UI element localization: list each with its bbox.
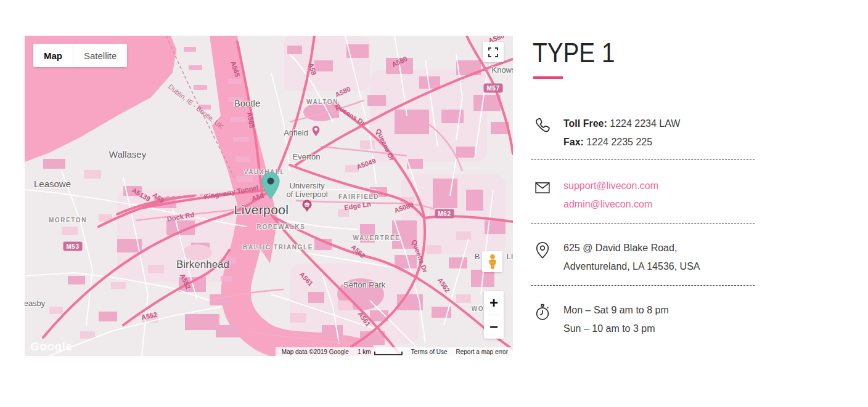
map-data-credit: Map data ©2019 Google	[282, 349, 349, 355]
map-label: Anfield	[284, 128, 308, 137]
anfield-poi-icon[interactable]	[312, 126, 320, 137]
page-title: TYPE 1	[533, 38, 615, 68]
map-label: Wallasey	[109, 149, 146, 159]
pegman-icon	[486, 254, 499, 269]
address-line-2: Adventureland, LA 14536, USA	[563, 257, 700, 276]
map-label: FAIRFIELD	[338, 193, 379, 200]
satellite-button[interactable]: Satellite	[73, 44, 127, 67]
google-logo[interactable]: Google	[30, 340, 72, 353]
hours-section: Mon – Sat 9 am to 8 pm Sun – 10 am to 3 …	[533, 301, 669, 338]
map-label: Bootle	[234, 98, 261, 108]
map-label: University	[289, 181, 324, 190]
phone-icon	[534, 116, 551, 134]
address-line-1: 625 @ David Blake Road,	[563, 239, 700, 257]
road-badge: M57	[484, 84, 503, 93]
map-label: Liverpool	[234, 203, 289, 217]
tollfree-label: Toll Free:	[563, 118, 607, 129]
attribution-bar: Map data ©2019 Google 1 km Terms of Use …	[276, 347, 513, 356]
zoom-out-button[interactable]: −	[484, 315, 504, 339]
scale-control: 1 km	[358, 349, 403, 355]
road-badge: M53	[63, 242, 83, 251]
tollfree-value: 1224 2234 LAW	[610, 118, 680, 129]
road-badge: M62	[435, 209, 454, 219]
map-label: LI	[507, 252, 513, 261]
map-label: Birkenhead	[176, 259, 229, 271]
clock-icon	[534, 303, 551, 321]
report-error-link[interactable]: Report a map error	[456, 349, 508, 355]
contact-panel: TYPE 1 Toll Free: 1224 2234 LAW Fax: 122…	[533, 0, 804, 407]
map-container[interactable]: BootleWallaseyLeasoweLiverpoolBirkenhead…	[25, 36, 513, 356]
hours-line-2: Sun – 10 am to 3 pm	[563, 320, 669, 338]
phone-section: Toll Free: 1224 2234 LAW Fax: 1224 2235 …	[533, 115, 680, 151]
scale-bar	[374, 352, 403, 355]
title-underline	[533, 76, 563, 79]
map-label: ROPEWALKS	[257, 224, 306, 230]
fullscreen-button[interactable]	[483, 42, 504, 62]
map-label: Everton	[293, 152, 321, 161]
university-poi-icon[interactable]	[301, 199, 313, 214]
map-label: BALTIC TRIANGLE	[243, 244, 313, 251]
map-label: WALTON	[306, 99, 338, 105]
map-label: MORETON	[49, 217, 87, 224]
map-label: easby	[25, 299, 45, 308]
fax-value: 1224 2235 225	[586, 137, 652, 147]
fullscreen-icon	[488, 47, 498, 57]
separator	[531, 159, 755, 160]
map-label: WO	[472, 305, 484, 312]
fax-label: Fax:	[563, 137, 584, 147]
location-pin-icon	[534, 241, 551, 259]
map-label: Sefton Park	[343, 280, 385, 289]
email-link-support[interactable]: support@livecon.com	[563, 177, 658, 195]
map-label: Leasowe	[34, 179, 71, 189]
map-label: B	[475, 252, 480, 261]
map-label: Knows	[491, 65, 513, 75]
maptype-control: Map Satellite	[33, 44, 127, 67]
email-link-admin[interactable]: admin@livecon.com	[563, 195, 658, 214]
scale-label: 1 km	[358, 349, 371, 355]
map-label: WAVERTREE	[353, 235, 401, 241]
map-marker[interactable]	[261, 172, 280, 199]
map-button[interactable]: Map	[33, 44, 73, 67]
zoom-control: + −	[484, 291, 504, 339]
map-label: of Liverpool	[286, 190, 327, 199]
zoom-in-button[interactable]: +	[484, 291, 504, 315]
pegman-button[interactable]	[482, 251, 502, 272]
hours-line-1: Mon – Sat 9 am to 8 pm	[563, 301, 669, 320]
email-icon	[534, 180, 551, 196]
tollfree-line: Toll Free: 1224 2234 LAW	[563, 115, 680, 133]
address-section: 625 @ David Blake Road, Adventureland, L…	[533, 239, 700, 276]
separator	[531, 223, 755, 224]
terms-link[interactable]: Terms of Use	[411, 349, 448, 355]
fax-line: Fax: 1224 2235 225	[563, 133, 680, 151]
separator	[531, 285, 755, 286]
email-section: support@livecon.com admin@livecon.com	[533, 177, 658, 214]
